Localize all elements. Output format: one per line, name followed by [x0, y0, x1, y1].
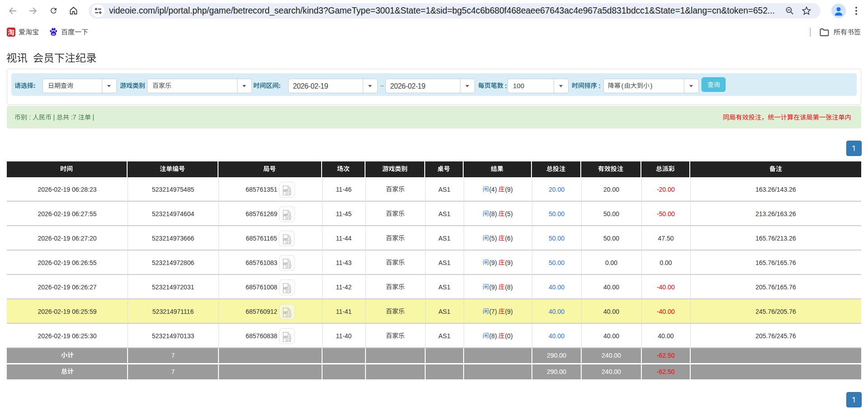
svg-text:du: du: [52, 32, 55, 35]
